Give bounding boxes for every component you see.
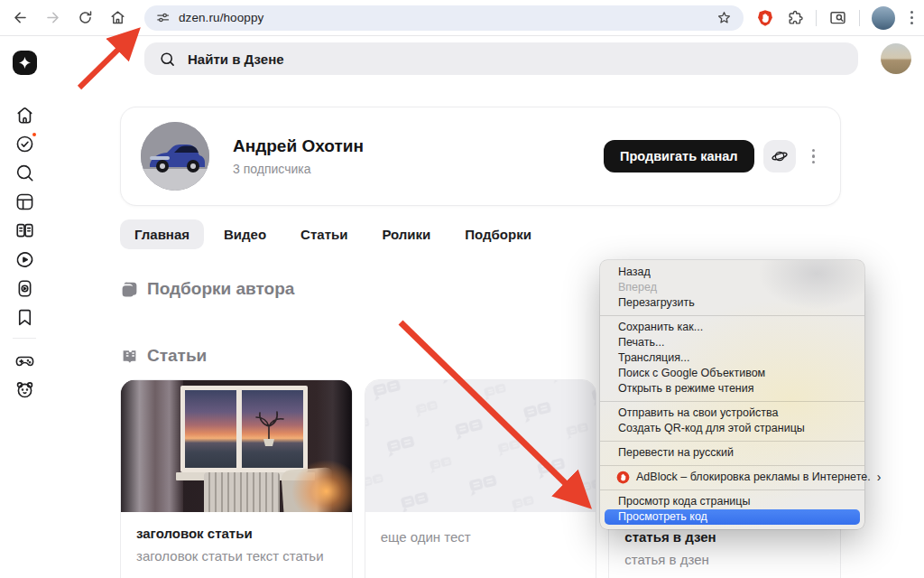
bear-icon (14, 379, 35, 400)
article-placeholder-pattern (365, 380, 596, 512)
article-card[interactable]: заголовок статьи заголовок статьи текст … (120, 379, 353, 578)
menu-item-forward: Вперед (600, 280, 864, 295)
menu-separator (600, 441, 864, 442)
home-icon (109, 9, 126, 26)
menu-separator (600, 489, 864, 490)
tab-articles[interactable]: Статьи (286, 219, 362, 249)
video-icon (14, 249, 35, 270)
search-input[interactable]: Найти в Дзене (144, 42, 858, 75)
tab-collections[interactable]: Подборки (450, 219, 546, 249)
search-placeholder: Найти в Дзене (188, 51, 284, 67)
gamepad-icon (14, 350, 35, 371)
search-tabs-icon[interactable] (828, 8, 847, 27)
sidebar-divider (13, 338, 36, 339)
bookmark-star-icon[interactable] (716, 9, 733, 26)
sidebar-item-games[interactable] (13, 349, 36, 372)
adblock-icon (616, 471, 630, 484)
dzen-star-icon (17, 55, 32, 70)
sidebar-item-bookmarks[interactable] (13, 305, 36, 329)
tab-video[interactable]: Видео (209, 219, 281, 249)
notification-dot (31, 131, 38, 138)
context-menu: Назад Вперед Перезагрузить Сохранить как… (600, 260, 864, 529)
submenu-chevron-icon: › (877, 471, 882, 484)
channel-avatar-car-photo (141, 122, 209, 191)
menu-item-google-lens[interactable]: Поиск с Google Объективом (600, 366, 864, 381)
tab-clips[interactable]: Ролики (367, 219, 445, 249)
tab-main[interactable]: Главная (120, 219, 204, 249)
channel-more-button[interactable] (805, 144, 823, 170)
back-icon (12, 9, 29, 26)
menu-separator (600, 465, 864, 466)
article-snippet: статья в дзен (624, 552, 825, 567)
toolbar-separator (816, 10, 817, 26)
menu-item-view-source[interactable]: Просмотр кода страницы (600, 494, 864, 509)
article-title: еще один тест (381, 529, 581, 545)
menu-item-save-as[interactable]: Сохранить как... (600, 320, 864, 335)
channel-tabs: Главная Видео Статьи Ролики Подборки (120, 219, 924, 249)
sidebar-item-search[interactable] (13, 161, 36, 184)
sidebar-item-video[interactable] (13, 247, 36, 271)
forward-icon (44, 9, 61, 26)
promote-channel-button[interactable]: Продвигать канал (604, 140, 753, 172)
sidebar-item-feed[interactable] (13, 190, 36, 213)
sidebar-item-articles[interactable] (13, 219, 36, 242)
articles-book-icon (120, 347, 139, 366)
browser-profile-avatar[interactable] (872, 6, 895, 30)
dzen-logo[interactable] (13, 51, 37, 75)
menu-item-reload[interactable]: Перезагрузить (600, 295, 864, 311)
sidebar-item-subscriptions[interactable] (13, 132, 36, 155)
article-title: заголовок статьи (136, 526, 337, 541)
home-icon (14, 105, 35, 126)
promo-planet-button[interactable] (763, 140, 796, 172)
article-card[interactable]: еще один тест (365, 379, 597, 578)
reload-button[interactable] (74, 6, 97, 30)
forward-button (42, 6, 64, 30)
channel-subscribers: 3 подписчика (233, 162, 364, 176)
browser-toolbar: dzen.ru/hooppy (0, 0, 924, 36)
extensions-puzzle-icon[interactable] (786, 9, 804, 27)
menu-separator (600, 401, 864, 402)
articles-book-icon (14, 220, 35, 241)
search-icon (14, 163, 35, 183)
adblock-extension-icon[interactable] (756, 9, 774, 27)
shorts-icon (14, 278, 35, 299)
menu-item-inspect[interactable]: Просмотреть код (605, 509, 860, 525)
site-settings-icon[interactable] (155, 10, 171, 25)
plant-silhouette (248, 401, 290, 446)
collections-icon (120, 280, 139, 299)
menu-item-adblock[interactable]: AdBlock – блокировка рекламы в Интернете… (600, 470, 864, 485)
sidebar-item-shorts[interactable] (13, 276, 36, 300)
home-button[interactable] (106, 6, 129, 30)
menu-item-translate[interactable]: Перевести на русский (600, 445, 864, 461)
sidebar-item-kids[interactable] (13, 378, 36, 401)
reload-icon (77, 9, 94, 26)
planet-icon (771, 147, 789, 165)
bookmark-icon (14, 307, 35, 328)
menu-separator (600, 315, 864, 316)
sidebar-item-home[interactable] (13, 103, 36, 126)
feed-icon (14, 191, 35, 212)
menu-item-cast[interactable]: Трансляция... (600, 350, 864, 366)
dzen-profile-avatar[interactable] (881, 43, 911, 74)
article-title: статья в дзен (624, 529, 825, 545)
menu-item-send-to-devices[interactable]: Отправить на свои устройства (600, 406, 864, 421)
toolbar-separator (859, 10, 860, 26)
browser-menu-button[interactable] (907, 11, 917, 24)
channel-avatar[interactable] (141, 122, 209, 191)
dzen-sidebar (0, 36, 63, 578)
url-text[interactable]: dzen.ru/hooppy (179, 11, 263, 24)
channel-header-card: Андрей Охотин 3 подписчика Продвигать ка… (120, 107, 841, 206)
menu-item-back[interactable]: Назад (600, 265, 864, 280)
menu-item-create-qr[interactable]: Создать QR-код для этой страницы (600, 421, 864, 436)
back-button[interactable] (9, 6, 32, 30)
menu-item-print[interactable]: Печать... (600, 335, 864, 350)
channel-name: Андрей Охотин (233, 136, 364, 156)
article-cover-photo (121, 380, 352, 512)
article-snippet: заголовок статьи текст статьи (136, 548, 337, 564)
menu-item-reader-mode[interactable]: Открыть в режиме чтения (600, 381, 864, 396)
address-bar[interactable]: dzen.ru/hooppy (144, 5, 744, 31)
search-icon (159, 51, 176, 68)
